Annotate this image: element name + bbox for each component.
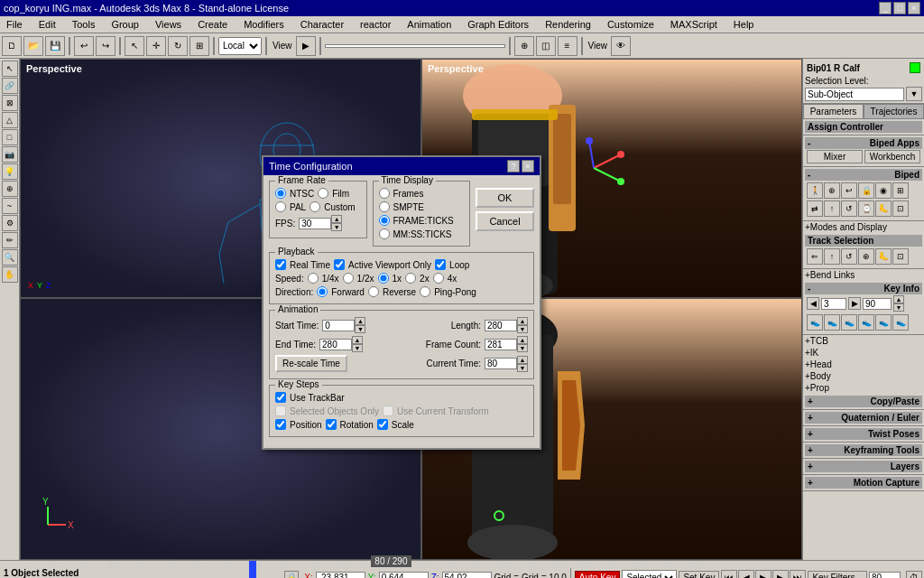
- use-current-transform-check[interactable]: [383, 406, 393, 416]
- track-icon-1[interactable]: ⇐: [807, 248, 823, 265]
- view-btn[interactable]: 👁: [611, 36, 631, 56]
- start-time-input[interactable]: [322, 320, 355, 331]
- frames-radio[interactable]: [379, 188, 390, 199]
- rotate-btn[interactable]: ↻: [168, 36, 188, 56]
- track-icon-3[interactable]: ↺: [841, 248, 857, 265]
- biped-icon-11[interactable]: 🦶: [875, 200, 892, 217]
- ntsc-radio[interactable]: [275, 188, 286, 199]
- menu-rendering[interactable]: Rendering: [542, 18, 594, 31]
- named-selection-btn[interactable]: ⊕: [514, 36, 534, 56]
- prev-key-btn[interactable]: ◀: [738, 570, 754, 579]
- track-icon-6[interactable]: ⊡: [892, 248, 909, 265]
- frame-count-down[interactable]: ▼: [517, 344, 528, 352]
- key-info-prev[interactable]: ◀: [807, 297, 819, 310]
- move-btn[interactable]: ✛: [146, 36, 166, 56]
- key-icon-6[interactable]: 👟: [892, 314, 909, 331]
- current-time-down[interactable]: ▼: [517, 364, 528, 372]
- rp-quaternion-title[interactable]: +Quaternion / Euler: [805, 412, 922, 424]
- minimize-button[interactable]: _: [879, 2, 892, 14]
- end-time-down[interactable]: ▼: [352, 344, 363, 352]
- speed-4x-radio[interactable]: [433, 273, 444, 284]
- start-time-up[interactable]: ▲: [355, 317, 365, 325]
- use-trackbar-check[interactable]: [275, 392, 286, 403]
- re-scale-time-btn[interactable]: Re-scale Time: [275, 355, 347, 372]
- current-time-input[interactable]: [485, 358, 517, 369]
- menu-group[interactable]: Group: [108, 18, 142, 31]
- helper-tool[interactable]: ⊕: [2, 181, 18, 197]
- shape-tool[interactable]: △: [2, 112, 18, 128]
- frame-number-input[interactable]: [869, 572, 901, 578]
- rp-layers-title[interactable]: +Layers: [805, 461, 922, 472]
- set-key-btn[interactable]: Set Key: [679, 571, 719, 578]
- current-time-up[interactable]: ▲: [517, 356, 528, 364]
- pingpong-radio[interactable]: [420, 286, 430, 297]
- key-info-down[interactable]: ▼: [893, 303, 904, 312]
- key-info-next[interactable]: ▶: [848, 297, 861, 310]
- time-configuration-dialog[interactable]: Time Configuration ? × Frame Rate NTSC F…: [262, 155, 541, 450]
- workbench-btn[interactable]: Workbench: [864, 150, 920, 163]
- rp-motion-capture-title[interactable]: +Motion Capture: [805, 477, 922, 489]
- mmssticks-radio[interactable]: [379, 228, 390, 239]
- key-info-up[interactable]: ▲: [893, 295, 904, 303]
- align-btn[interactable]: ≡: [558, 36, 578, 56]
- speed-1-4-radio[interactable]: [308, 273, 319, 284]
- speed-2x-radio[interactable]: [405, 273, 416, 284]
- menu-maxscript[interactable]: MAXScript: [668, 18, 720, 31]
- cancel-button[interactable]: Cancel: [476, 211, 534, 231]
- scale-btn[interactable]: ⊞: [189, 36, 209, 56]
- menu-customize[interactable]: Customize: [605, 18, 657, 31]
- rp-ik[interactable]: +IK: [803, 347, 924, 359]
- light-tool[interactable]: 💡: [2, 163, 18, 180]
- menu-animation[interactable]: Animation: [404, 18, 454, 31]
- key-info-val1[interactable]: [821, 298, 846, 310]
- biped-icon-7[interactable]: ⇄: [807, 200, 823, 217]
- system-tool[interactable]: ⚙: [2, 215, 18, 231]
- tab-trajectories[interactable]: Trajectories: [864, 104, 924, 118]
- smpte-radio[interactable]: [379, 201, 390, 212]
- key-icon-4[interactable]: 👟: [858, 314, 874, 331]
- frameticks-radio[interactable]: [379, 215, 390, 226]
- select-tool[interactable]: ↖: [2, 61, 18, 77]
- close-button[interactable]: ×: [908, 2, 920, 14]
- end-time-input[interactable]: [319, 339, 352, 350]
- save-btn[interactable]: 💾: [45, 36, 65, 56]
- space-warp-tool[interactable]: ~: [2, 198, 18, 214]
- next-key-btn[interactable]: ▶: [772, 570, 789, 579]
- key-icon-2[interactable]: 👟: [824, 314, 840, 331]
- render-btn[interactable]: ▶: [296, 36, 316, 56]
- scale-check[interactable]: [377, 419, 388, 430]
- biped-icon-4[interactable]: 🔒: [858, 182, 874, 199]
- menu-help[interactable]: Help: [731, 18, 757, 31]
- biped-icon-12[interactable]: ⊡: [892, 200, 909, 217]
- rp-key-info-title[interactable]: -Key Info: [805, 283, 922, 294]
- rp-modes-display[interactable]: +Modes and Display: [803, 221, 924, 233]
- biped-icon-3[interactable]: ↩: [841, 182, 857, 199]
- key-icon-5[interactable]: 👟: [875, 314, 892, 331]
- key-info-val2[interactable]: [863, 298, 892, 310]
- maximize-button[interactable]: □: [893, 2, 906, 14]
- biped-icon-10[interactable]: ⌚: [858, 200, 874, 217]
- go-start-btn[interactable]: ⏮: [721, 570, 737, 579]
- play-btn[interactable]: ▶: [755, 570, 772, 579]
- select-btn[interactable]: ↖: [125, 36, 144, 56]
- rp-keyframing-title[interactable]: +Keyframing Tools: [805, 444, 922, 456]
- zoomex-tool[interactable]: 🔍: [2, 249, 18, 266]
- speed-1-2-radio[interactable]: [343, 273, 354, 284]
- track-icon-5[interactable]: 🦶: [875, 248, 892, 265]
- start-time-down[interactable]: ▼: [355, 325, 365, 333]
- biped-icon-6[interactable]: ⊞: [892, 182, 909, 199]
- active-viewport-check[interactable]: [334, 259, 345, 270]
- rp-selection-level-dropdown[interactable]: ▼: [906, 87, 922, 101]
- reference-coord-select[interactable]: LocalWorldView: [218, 37, 262, 55]
- rp-twist-title[interactable]: +Twist Poses: [805, 428, 922, 440]
- track-icon-2[interactable]: ↑: [824, 248, 840, 265]
- length-down[interactable]: ▼: [517, 325, 528, 333]
- selected-objects-check[interactable]: [275, 406, 286, 416]
- biped-icon-5[interactable]: ◉: [875, 182, 892, 199]
- auto-key-btn[interactable]: Auto Key: [575, 571, 621, 578]
- menu-reactor[interactable]: reactor: [357, 18, 393, 31]
- reverse-radio[interactable]: [368, 286, 379, 297]
- length-up[interactable]: ▲: [517, 317, 528, 325]
- rp-track-selection-title[interactable]: Track Selection: [805, 235, 922, 247]
- mixer-btn[interactable]: Mixer: [807, 150, 863, 163]
